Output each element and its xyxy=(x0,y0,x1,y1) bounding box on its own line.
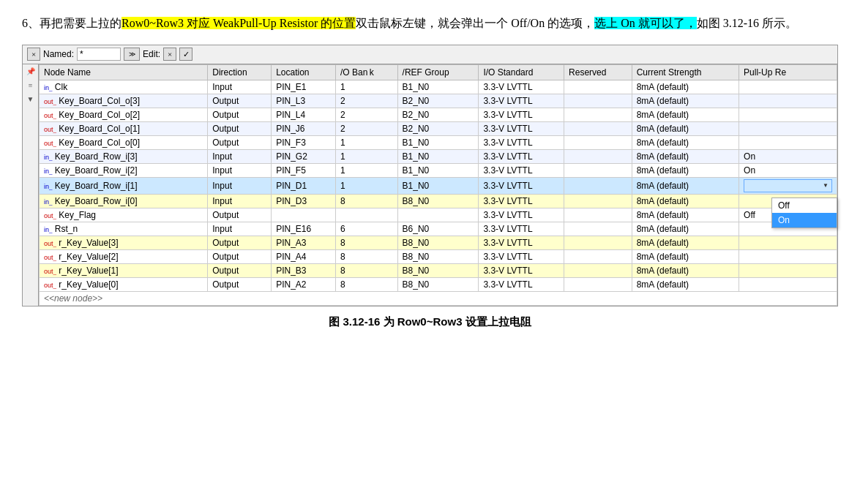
cell-pull-up: On xyxy=(739,149,837,163)
figure-caption: 图 3.12-16 为 Row0~Row3 设置上拉电阻 xyxy=(22,315,838,329)
cell-pull-up xyxy=(739,135,837,149)
cell-pull-up xyxy=(739,236,837,249)
cell-io-standard: 3.3-V LVTTL xyxy=(479,194,564,208)
cell-direction: Input xyxy=(208,194,272,208)
cell-current-strength: 8mA (default) xyxy=(632,163,739,177)
cell-reserved xyxy=(564,222,632,236)
cell-current-strength: 8mA (default) xyxy=(632,236,739,249)
cell-io-standard: 3.3-V LVTTL xyxy=(479,208,564,222)
cell-node-name: out_ r_Key_Value[1] xyxy=(40,263,208,277)
cell-direction: Input xyxy=(208,222,272,236)
table-row[interactable]: in_ Key_Board_Row_i[3]InputPIN_G21B1_N03… xyxy=(40,149,837,163)
table-row[interactable]: out_ Key_Board_Col_o[0]OutputPIN_F31B1_N… xyxy=(40,135,837,149)
col-reserved: Reserved xyxy=(564,64,632,80)
cell-ref-group: B2_N0 xyxy=(397,94,479,108)
cell-current-strength: 8mA (default) xyxy=(632,208,739,222)
edit-check-button[interactable]: ✓ xyxy=(179,48,192,61)
pullup-dropdown-popup[interactable]: Off On xyxy=(771,198,837,228)
cell-reserved xyxy=(564,249,632,263)
cell-ref-group: B8_N0 xyxy=(397,277,479,291)
cell-bank xyxy=(335,208,397,222)
edit-x-button[interactable]: × xyxy=(163,48,176,61)
table-row[interactable]: in_ Key_Board_Row_i[2]InputPIN_F51B1_N03… xyxy=(40,163,837,177)
cell-reserved xyxy=(564,177,632,194)
table-row[interactable]: in_ Key_Board_Row_i[0]InputPIN_D38B8_N03… xyxy=(40,194,837,208)
cell-io-standard: 3.3-V LVTTL xyxy=(479,263,564,277)
table-row[interactable]: in_ Rst_nInputPIN_E166B6_N03.3-V LVTTL8m… xyxy=(40,222,837,236)
cell-current-strength: 8mA (default) xyxy=(632,80,739,94)
cell-direction: Output xyxy=(208,236,272,249)
cell-direction: Output xyxy=(208,277,272,291)
table-row[interactable]: out_ r_Key_Value[3]OutputPIN_A38B8_N03.3… xyxy=(40,236,837,249)
cell-pull-up xyxy=(739,94,837,108)
table-row[interactable]: out_ Key_FlagOutput3.3-V LVTTL8mA (defau… xyxy=(40,208,837,222)
cell-direction: Input xyxy=(208,177,272,194)
cell-io-standard: 3.3-V LVTTL xyxy=(479,108,564,121)
cell-pull-up: On xyxy=(739,163,837,177)
table-row[interactable]: in_ ClkInputPIN_E11B1_N03.3-V LVTTL8mA (… xyxy=(40,80,837,94)
side-icon-list[interactable]: ≡ xyxy=(27,80,34,91)
table-row[interactable]: in_ Key_Board_Row_i[1]InputPIN_D11B1_N03… xyxy=(40,177,837,194)
side-icons: 📌 ≡ ▼ xyxy=(23,64,39,306)
table-row[interactable]: out_ Key_Board_Col_o[3]OutputPIN_L32B2_N… xyxy=(40,94,837,108)
side-icon-pin[interactable]: 📌 xyxy=(25,66,37,77)
cell-location: PIN_A3 xyxy=(272,236,336,249)
col-current-strength: Current Strength xyxy=(632,64,739,80)
intro-text1: 6、再把需要上拉的 xyxy=(22,17,121,29)
cell-node-name: in_ Rst_n xyxy=(40,222,208,236)
cell-node-name: out_ r_Key_Value[2] xyxy=(40,249,208,263)
cell-direction: Output xyxy=(208,249,272,263)
cell-ref-group: B2_N0 xyxy=(397,121,479,135)
cell-direction: Output xyxy=(208,208,272,222)
close-button[interactable]: × xyxy=(27,48,40,61)
cell-node-name: out_ Key_Board_Col_o[3] xyxy=(40,94,208,108)
table-row[interactable]: out_ Key_Board_Col_o[1]OutputPIN_J62B2_N… xyxy=(40,121,837,135)
cell-location xyxy=(272,208,336,222)
cell-ref-group: B8_N0 xyxy=(397,236,479,249)
table-row[interactable]: out_ r_Key_Value[2]OutputPIN_A48B8_N03.3… xyxy=(40,249,837,263)
dropdown-option-on[interactable]: On xyxy=(772,213,837,227)
cell-node-name: out_ Key_Flag xyxy=(40,208,208,222)
filter-button[interactable]: ≫ xyxy=(124,48,140,61)
cell-node-name: out_ Key_Board_Col_o[0] xyxy=(40,135,208,149)
table-row[interactable]: out_ r_Key_Value[0]OutputPIN_A28B8_N03.3… xyxy=(40,277,837,291)
cell-reserved xyxy=(564,194,632,208)
cell-bank: 8 xyxy=(335,194,397,208)
cell-current-strength: 8mA (default) xyxy=(632,277,739,291)
cell-reserved xyxy=(564,108,632,121)
toolbar: × Named: ≫ Edit: × ✓ xyxy=(22,45,838,64)
cell-location: PIN_L3 xyxy=(272,94,336,108)
cell-location: PIN_G2 xyxy=(272,149,336,163)
cell-ref-group: B1_N0 xyxy=(397,149,479,163)
cell-pull-up[interactable]: ▼ xyxy=(739,177,837,194)
table-row[interactable]: out_ r_Key_Value[1]OutputPIN_B38B8_N03.3… xyxy=(40,263,837,277)
cell-io-standard: 3.3-V LVTTL xyxy=(479,222,564,236)
pin-table: Node Name Direction Location /O Ban k /R… xyxy=(39,64,837,306)
cell-location: PIN_D1 xyxy=(272,177,336,194)
side-icon-filter[interactable]: ▼ xyxy=(26,94,36,105)
cell-bank: 8 xyxy=(335,263,397,277)
named-input[interactable] xyxy=(77,48,121,61)
cell-reserved xyxy=(564,236,632,249)
cell-bank: 8 xyxy=(335,277,397,291)
cell-current-strength: 8mA (default) xyxy=(632,249,739,263)
dropdown-option-off[interactable]: Off xyxy=(772,198,837,213)
cell-bank: 6 xyxy=(335,222,397,236)
cell-bank: 1 xyxy=(335,149,397,163)
cell-direction: Output xyxy=(208,94,272,108)
cell-io-standard: 3.3-V LVTTL xyxy=(479,80,564,94)
new-node-row[interactable]: <<new node>> xyxy=(40,291,837,305)
cell-io-standard: 3.3-V LVTTL xyxy=(479,177,564,194)
intro-text3: 如图 3.12-16 所示。 xyxy=(697,17,797,29)
cell-bank: 2 xyxy=(335,121,397,135)
cell-reserved xyxy=(564,135,632,149)
named-label: Named: xyxy=(43,49,74,59)
cell-location: PIN_E1 xyxy=(272,80,336,94)
cell-reserved xyxy=(564,163,632,177)
cell-ref-group: B8_N0 xyxy=(397,194,479,208)
cell-ref-group: B2_N0 xyxy=(397,108,479,121)
cell-location: PIN_A4 xyxy=(272,249,336,263)
cell-location: PIN_D3 xyxy=(272,194,336,208)
cell-pull-up xyxy=(739,277,837,291)
table-row[interactable]: out_ Key_Board_Col_o[2]OutputPIN_L42B2_N… xyxy=(40,108,837,121)
